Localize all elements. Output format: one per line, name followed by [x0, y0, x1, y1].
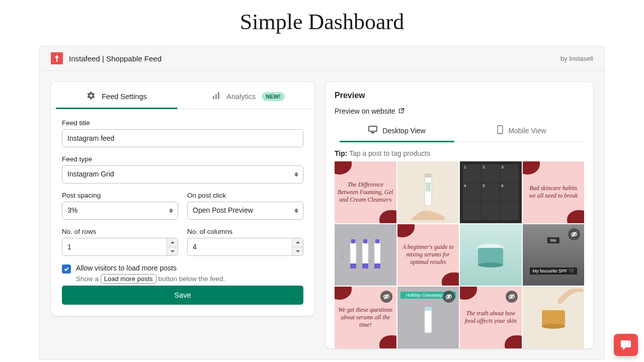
cols-step-down[interactable]	[292, 247, 303, 256]
rows-label: No. of rows	[62, 228, 178, 235]
svg-rect-17	[375, 239, 379, 243]
gear-icon	[87, 91, 96, 102]
rows-step-up[interactable]	[167, 238, 178, 247]
allow-more-help: Show a Load more posts button below the …	[76, 274, 225, 284]
svg-point-6	[500, 132, 501, 133]
svg-rect-12	[350, 263, 356, 268]
svg-rect-9	[426, 183, 431, 192]
svg-rect-18	[374, 263, 380, 268]
feed-grid: The Difference Between Foaming, Gel and …	[335, 161, 584, 348]
app-logo-icon	[51, 52, 63, 64]
external-link-icon	[398, 107, 405, 115]
feed-tile[interactable]: The truth about how food affects your sk…	[460, 287, 522, 348]
svg-rect-11	[351, 239, 355, 243]
svg-rect-1	[215, 94, 217, 99]
feed-tile[interactable]	[397, 161, 459, 223]
app-frame: Instafeed | Shoppable Feed by Instasell …	[39, 46, 605, 360]
svg-rect-0	[213, 96, 214, 99]
svg-rect-15	[362, 263, 368, 268]
hidden-icon	[568, 228, 580, 240]
hidden-icon	[506, 291, 518, 303]
tab-analytics-label: Analytics	[226, 93, 256, 101]
cols-label: No. of columns	[187, 228, 303, 235]
allow-more-label: Allow visitors to load more posts	[76, 264, 225, 272]
feed-tile[interactable]: Bad skincare habits we all need to break	[523, 161, 585, 223]
svg-rect-25	[425, 307, 432, 311]
feed-tile[interactable]: The Difference Between Foaming, Gel and …	[335, 161, 396, 223]
new-badge: NEW!	[262, 92, 284, 101]
preview-card: Preview Preview on website Desktop View	[326, 82, 593, 348]
feed-type-select[interactable]: Instagram Grid	[62, 165, 303, 184]
tab-feed-settings[interactable]: Feed Settings	[51, 82, 183, 109]
tab-mobile-view[interactable]: Mobile View	[459, 120, 584, 142]
load-more-pill: Load more posts	[101, 274, 156, 284]
feed-tile[interactable]: Holiday Giveaway! ✨	[397, 287, 459, 348]
feed-title-label: Feed title	[62, 119, 303, 127]
preview-on-website-link[interactable]: Preview on website	[335, 107, 584, 115]
svg-rect-24	[425, 309, 432, 333]
post-spacing-label: Post spacing	[62, 192, 178, 199]
svg-point-21	[478, 262, 503, 267]
tab-desktop-view[interactable]: Desktop View	[335, 120, 459, 142]
svg-rect-14	[363, 239, 367, 243]
carousel-prev-arrow[interactable]	[337, 246, 348, 264]
svg-rect-8	[425, 173, 432, 177]
feed-tile[interactable]	[460, 224, 522, 286]
settings-card: Feed Settings Analytics NEW! Feed title	[51, 82, 314, 316]
on-post-click-select[interactable]: Open Post Preview	[187, 202, 303, 220]
app-header: Instafeed | Shoppable Feed by Instasell	[40, 46, 604, 71]
feed-tile[interactable]: 123456	[460, 161, 522, 223]
cols-step-up[interactable]	[292, 238, 303, 247]
svg-rect-4	[371, 132, 374, 133]
hidden-icon	[380, 291, 392, 303]
desktop-icon	[368, 126, 377, 135]
allow-more-checkbox[interactable]	[62, 264, 71, 274]
chat-fab[interactable]	[614, 334, 638, 356]
app-attribution: by Instasell	[560, 55, 593, 62]
feed-tile[interactable]: MeMy favourite SPF 🖤	[523, 224, 585, 286]
post-spacing-select[interactable]: 3%	[62, 202, 178, 220]
on-post-click-label: On post click	[187, 192, 303, 199]
preview-title: Preview	[335, 91, 584, 100]
svg-rect-20	[478, 248, 503, 265]
page-title: Simple Dashboard	[0, 0, 644, 46]
svg-point-30	[542, 324, 565, 329]
feed-tile[interactable]: A beginner's guide to mixing serums for …	[397, 224, 459, 286]
rows-input[interactable]	[62, 238, 178, 256]
analytics-icon	[212, 92, 220, 101]
save-button[interactable]: Save	[62, 286, 303, 305]
feed-tile[interactable]: We get these questions about serums all …	[335, 287, 396, 348]
mobile-icon	[497, 125, 503, 136]
app-name: Instafeed | Shoppable Feed	[69, 54, 162, 63]
rows-step-down[interactable]	[167, 247, 178, 256]
svg-rect-3	[369, 126, 377, 131]
tab-feed-settings-label: Feed Settings	[102, 93, 146, 101]
tab-analytics[interactable]: Analytics NEW!	[183, 82, 314, 109]
svg-rect-2	[218, 92, 219, 99]
cols-input[interactable]	[187, 238, 303, 256]
hidden-icon	[443, 291, 455, 303]
feed-title-input[interactable]	[62, 129, 303, 147]
feed-tile[interactable]	[523, 287, 585, 348]
tip-row: Tip: Tap a post to tag products	[335, 149, 584, 157]
feed-type-label: Feed type	[62, 155, 303, 163]
